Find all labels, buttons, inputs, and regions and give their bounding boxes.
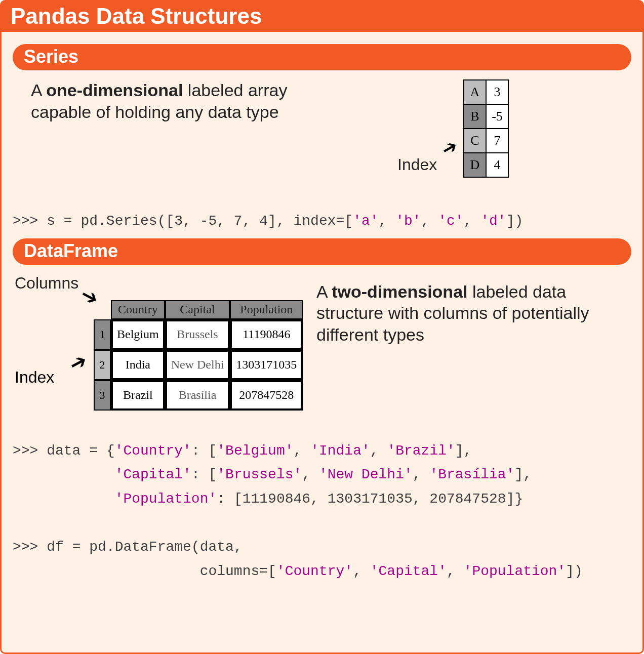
df-index: 3 [94,380,111,411]
series-value-cell: 7 [486,129,508,153]
code-str: 'Capital' [115,467,191,482]
code-str: 'Population' [464,563,566,579]
code-text: , [370,443,387,459]
index-label: Index [15,368,54,387]
code-str: 'Population' [115,491,217,507]
df-cell: Brussels [165,319,230,350]
code-text: , [294,443,311,459]
cheatsheet-panel: Pandas Data Structures Series A one-dime… [0,0,644,654]
series-description: A one-dimensional labeled array capable … [13,79,337,122]
df-index: 2 [94,350,111,380]
text: A [31,80,46,100]
code-text: ]) [506,213,524,229]
code-str: 'Capital' [370,563,447,579]
code-text [13,467,115,482]
series-heading: Series [13,44,631,70]
columns-label: Columns [15,274,78,293]
arrow-icon: ➔ [65,348,91,377]
arrow-icon: ➔ [438,135,462,160]
df-cell: 1303171035 [230,350,303,380]
dataframe-diagram: Columns ➔ Index ➔ Country Capital Popula… [13,274,316,426]
code-text: ], [514,467,532,482]
df-cell: Belgium [111,319,165,350]
code-text: >>> data = { [13,443,115,459]
code-str: 'India' [310,443,370,459]
code-text: >>> s = pd.Series([3, -5, 7, 4], index=[ [13,213,353,229]
code-text: ]) [566,563,583,579]
code-text: columns=[ [13,563,276,579]
code-text: , [421,213,438,229]
series-index-cell: A [464,80,486,104]
series-table: A3 B-5 C7 D4 [463,79,509,178]
code-text: , [302,467,319,482]
series-index-cell: B [464,104,486,129]
code-text: : [11190846, 1303171035, 207847528]} [217,491,523,507]
df-cell: 11190846 [230,319,303,350]
text: A [316,282,332,301]
code-text: , [413,467,430,482]
dataframe-description: A two-dimensional labeled data structure… [316,274,631,346]
code-str: 'c' [438,213,463,229]
dataframe-row: Columns ➔ Index ➔ Country Capital Popula… [13,274,631,426]
df-header: Country [111,300,165,319]
series-index-cell: C [464,129,486,153]
series-diagram: Index ➔ A3 B-5 C7 D4 [337,79,549,196]
code-text [13,491,115,507]
series-value-cell: 4 [486,153,508,177]
code-text: : [ [191,443,217,459]
series-index-cell: D [464,153,486,177]
df-header: Population [230,300,303,319]
code-text: ], [455,443,472,459]
df-cell: Brazil [111,380,165,411]
dataframe-heading: DataFrame [13,238,631,265]
code-text: >>> df = pd.DataFrame(data, [13,539,243,555]
code-str: 'Country' [276,563,353,579]
code-str: 'a' [353,213,378,229]
df-header: Capital [165,300,230,319]
df-cell: Brasília [165,380,230,411]
code-text: , [447,563,464,579]
series-code: >>> s = pd.Series([3, -5, 7, 4], index=[… [13,209,631,233]
code-str: 'Brazil' [387,443,455,459]
code-str: 'd' [480,213,506,229]
code-str: 'Brasília' [429,467,514,482]
series-value-cell: 3 [486,80,508,104]
df-cell: 207847528 [230,380,303,411]
df-cell: India [111,350,165,380]
dataframe-code: >>> data = {'Country': ['Belgium', 'Indi… [13,439,631,584]
code-str: 'New Delhi' [319,467,413,482]
text-bold: two-dimensional [332,282,467,301]
main-title: Pandas Data Structures [2,2,642,32]
code-str: 'Brussels' [217,467,302,482]
index-label: Index [397,155,437,174]
dataframe-table: Country Capital Population 1 Belgium Bru… [94,300,303,411]
content-area: Series A one-dimensional labeled array c… [2,32,642,599]
df-index: 1 [94,319,111,350]
code-text: , [464,213,481,229]
code-text: , [379,213,396,229]
code-text: : [ [191,467,217,482]
series-row: A one-dimensional labeled array capable … [13,79,631,196]
code-str: 'b' [395,213,421,229]
code-text: , [353,563,370,579]
code-str: 'Country' [115,443,191,459]
code-str: 'Belgium' [217,443,293,459]
df-cell: New Delhi [165,350,230,380]
text-bold: one-dimensional [46,80,183,100]
series-value-cell: -5 [486,104,508,129]
